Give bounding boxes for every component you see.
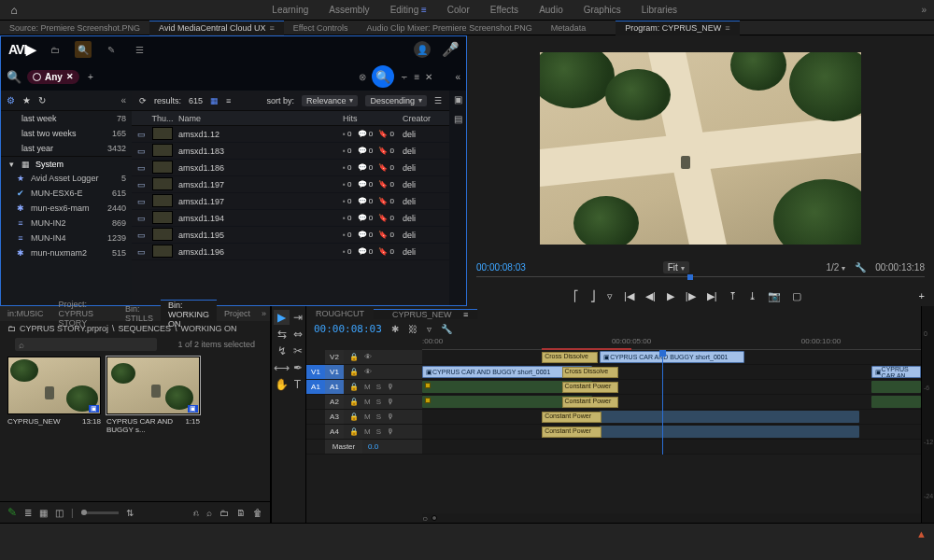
workspace-color[interactable]: Color <box>447 5 470 15</box>
seq-tab-cyprus-new[interactable]: CYPRUS_NEW ≡ <box>374 309 477 319</box>
warning-icon[interactable]: ▲ <box>916 528 927 539</box>
track-a4[interactable]: A4 <box>325 425 344 439</box>
play-button[interactable]: ▶ <box>667 290 674 302</box>
clear-search-icon[interactable]: ⊗ <box>359 72 366 82</box>
tab-source[interactable]: Source: Premiere Screenshot.PNG <box>0 21 149 35</box>
workspace-effects[interactable]: Effects <box>490 5 518 15</box>
transition-cross-dissolve[interactable]: Cross Dissolve <box>542 352 598 363</box>
ptab-stills[interactable]: Bin: STILLS <box>118 304 161 323</box>
edit-icon[interactable]: ✎ <box>103 41 120 58</box>
run-search-button[interactable]: 🔍 <box>372 65 394 88</box>
result-row[interactable]: ▭amsxd1.183▪ 0💬 0🔖 0deli <box>132 143 449 160</box>
fit-select[interactable]: Fit ▾ <box>663 261 689 273</box>
refresh-side-icon[interactable]: ↻ <box>38 95 46 105</box>
workspace-overflow[interactable]: » <box>921 5 934 15</box>
tab-effect-controls[interactable]: Effect Controls <box>284 21 358 35</box>
find-icon[interactable]: ⌕ <box>206 508 212 518</box>
mark-out-button[interactable]: ⎦ <box>590 290 596 302</box>
program-video[interactable] <box>540 52 861 245</box>
workspace-libraries[interactable]: Libraries <box>642 5 677 15</box>
rate-tool[interactable]: ↯ <box>274 343 290 358</box>
view-list-icon[interactable]: ≡ <box>226 96 231 105</box>
ptab-project[interactable]: Project <box>217 309 258 318</box>
system-header[interactable]: ▾▦System <box>1 156 132 171</box>
step-back-button[interactable]: |◀ <box>624 290 634 302</box>
mark-in-button[interactable]: ⎡ <box>573 290 579 302</box>
playhead[interactable] <box>662 350 663 455</box>
browse-icon[interactable]: 🗀 <box>47 41 64 58</box>
sort-icon[interactable]: ⇅ <box>126 508 134 518</box>
export-frame-button[interactable]: 📷 <box>768 290 781 302</box>
track-a2[interactable]: A2 <box>325 395 344 409</box>
new-item-icon[interactable]: ✎ <box>7 506 17 519</box>
selection-tool[interactable]: ▶ <box>274 310 290 325</box>
marker-icon[interactable]: ▿ <box>427 324 432 334</box>
view-list-toggle[interactable]: ≣ <box>24 508 32 518</box>
delete-icon[interactable]: 🗑 <box>253 508 262 518</box>
system-esx6mam[interactable]: ✱mun-esx6-mam2440 <box>1 201 132 216</box>
layout-icon[interactable]: ⫟ <box>400 72 409 82</box>
view-icon-toggle[interactable]: ▦ <box>39 508 48 518</box>
clip-cyprus-new[interactable]: ▣ CYPRUS_NEW13:18 <box>7 357 101 434</box>
workspace-editing[interactable]: Editing ≡ <box>390 5 427 15</box>
button-editor-button[interactable]: + <box>919 290 925 301</box>
razor-tool[interactable]: ✂ <box>291 343 304 358</box>
source-a1[interactable]: A1 <box>306 380 325 394</box>
collapse-sidebar-icon[interactable]: « <box>455 72 460 82</box>
add-tag-button[interactable]: + <box>85 72 96 82</box>
transition-constant-power[interactable]: Constant Power <box>562 382 618 393</box>
program-scrubber[interactable] <box>476 276 925 284</box>
microphone-icon[interactable]: 🎤 <box>442 41 459 58</box>
next-frame-button[interactable]: |▶ <box>686 290 696 302</box>
sort-dir-select[interactable]: Descending▾ <box>365 95 427 106</box>
result-row[interactable]: ▭amsxd1.197▪ 0💬 0🔖 0deli <box>132 193 449 210</box>
list-icon[interactable]: ☰ <box>131 41 148 58</box>
keyframe[interactable] <box>425 383 431 388</box>
result-row[interactable]: ▭amsxd1.196▪ 0💬 0🔖 0deli <box>132 244 449 260</box>
saved-search-last-week[interactable]: last week78 <box>1 111 132 126</box>
col-thumbnail[interactable]: Thu... <box>150 114 175 123</box>
remove-tag-icon[interactable]: ✕ <box>66 72 74 81</box>
saved-search-last-year[interactable]: last year3432 <box>1 141 132 156</box>
linked-sel-icon[interactable]: ⛓ <box>408 324 417 334</box>
new-bin-icon[interactable]: 🗀 <box>219 508 229 518</box>
project-search-input[interactable] <box>24 340 153 349</box>
system-mun-in4[interactable]: ≡MUN-IN41239 <box>1 231 132 245</box>
ptab-music[interactable]: in:MUSIC <box>0 309 51 318</box>
timeline-timecode[interactable]: 00:00:08:03 <box>314 323 382 335</box>
system-asset-logger[interactable]: ★Avid Asset Logger5 <box>1 171 132 186</box>
home-button[interactable]: ⌂ <box>0 4 28 17</box>
tab-metadata[interactable]: Metadata <box>542 21 596 35</box>
pen-tool[interactable]: ✒ <box>291 360 304 375</box>
zoom-slider[interactable] <box>81 511 119 514</box>
transition-constant-power-4[interactable]: Constant Power <box>542 427 601 438</box>
result-row[interactable]: ▭amsxd1.195▪ 0💬 0🔖 0deli <box>132 227 449 244</box>
search-tab-icon[interactable]: 🔍 <box>75 41 92 58</box>
transition-constant-power-2[interactable]: Constant Power <box>562 397 618 408</box>
workspace-audio[interactable]: Audio <box>539 5 563 15</box>
step-fwd-button[interactable]: ▶| <box>707 290 717 302</box>
track-a3[interactable]: A3 <box>325 410 344 424</box>
track-master[interactable]: Master <box>325 440 362 454</box>
result-row[interactable]: ▭amsxd1.186▪ 0💬 0🔖 0deli <box>132 160 449 176</box>
col-creator[interactable]: Creator <box>403 114 449 123</box>
result-row[interactable]: ▭amsxd1.197▪ 0💬 0🔖 0deli <box>132 176 449 193</box>
ripple-tool[interactable]: ⇆ <box>274 327 290 342</box>
comparison-button[interactable]: ▢ <box>792 290 801 302</box>
wrench-icon[interactable]: 🔧 <box>855 262 866 273</box>
transition-cross-dissolve-2[interactable]: Cross Dissolve <box>562 367 618 378</box>
collapse-filters-icon[interactable]: « <box>120 95 126 105</box>
clip-a1-b[interactable] <box>871 381 921 393</box>
timeline-ruler[interactable]: :00:00 00:00:05:00 00:00:10:00 <box>422 337 921 350</box>
lift-button[interactable]: ⤒ <box>729 290 737 302</box>
filter-icon[interactable]: ⚙ <box>7 95 15 105</box>
timeline-tracks[interactable]: V2🔒👁 Cross Dissolve ▣ CYPRUS CAR AND BUG… <box>306 350 921 455</box>
track-select-tool[interactable]: ⇥ <box>291 310 304 325</box>
side-strip-icon2[interactable]: ▤ <box>454 114 462 124</box>
new-item-dropdown[interactable]: 🗎 <box>236 508 246 518</box>
workspace-graphics[interactable]: Graphics <box>584 5 621 15</box>
close-panel-icon[interactable]: ✕ <box>425 72 432 82</box>
tab-audio-mixer[interactable]: Audio Clip Mixer: Premiere Screenshot.PN… <box>358 21 542 35</box>
settings-icon[interactable]: 🔧 <box>441 324 452 334</box>
transition-constant-power-3[interactable]: Constant Power <box>542 412 601 423</box>
